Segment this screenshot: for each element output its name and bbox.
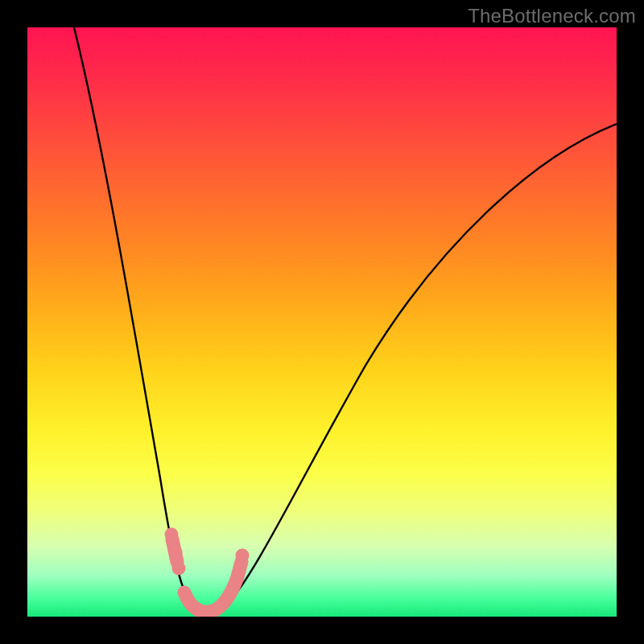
highlight-dot [172,562,186,576]
bottleneck-curve [27,27,617,617]
chart-frame: TheBottleneck.com [0,0,644,644]
curve-path [74,27,617,613]
highlight-dot [236,549,250,563]
highlight-dot [169,546,183,559]
plot-area [27,27,617,617]
highlight-valley [172,539,242,612]
highlight-dot [165,528,179,542]
watermark-text: TheBottleneck.com [468,5,636,27]
